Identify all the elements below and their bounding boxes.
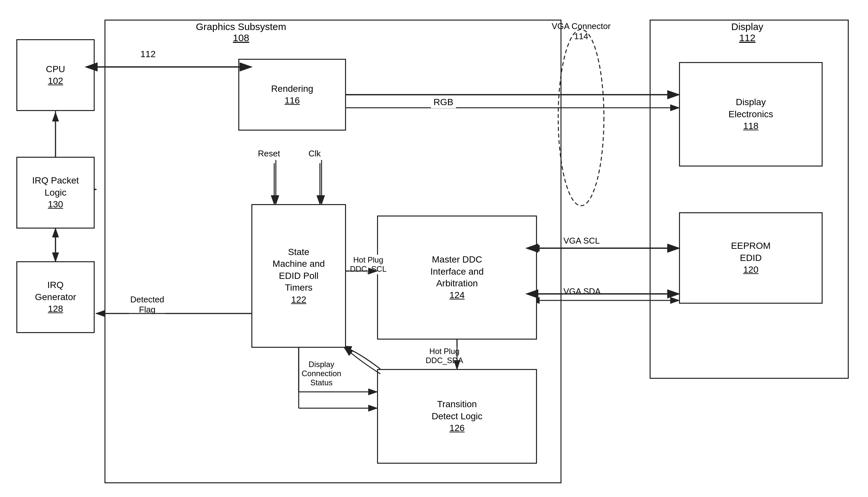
display-conn-status-label: DisplayConnectionStatus — [300, 359, 343, 388]
hot-plug-scl-label: Hot PlugDDC_SCL — [349, 255, 388, 274]
clk-label: Clk — [308, 148, 321, 159]
master-ddc-block: Master DDCInterface andArbitration 124 — [377, 215, 537, 340]
rendering-block: Rendering 116 — [238, 59, 346, 131]
transition-block: TransitionDetect Logic 126 — [377, 369, 537, 464]
vga-sda-label: VGA SDA — [562, 286, 603, 297]
state-machine-block: StateMachine andEDID PollTimers 122 — [251, 204, 346, 348]
detected-flag-label: DetectedFlag — [129, 294, 165, 315]
bus-112-label: 112 — [140, 49, 156, 59]
vga-scl-label: VGA SCL — [562, 235, 602, 246]
svg-point-21 — [558, 29, 604, 206]
vga-connector-label: VGA Connector114 — [552, 21, 611, 41]
display-label: Display 112 — [731, 21, 763, 43]
irq-packet-block: IRQ PacketLogic 130 — [16, 157, 95, 229]
display-electronics-block: DisplayElectronics 118 — [679, 62, 823, 167]
rgb-label: RGB — [431, 96, 456, 108]
hot-plug-sda-label: Hot PlugDDC_SDA — [424, 346, 464, 366]
reset-label: Reset — [258, 148, 280, 159]
graphics-subsystem-label: Graphics Subsystem 108 — [196, 21, 286, 43]
irq-gen-block: IRQGenerator 128 — [16, 261, 95, 333]
diagram: Graphics Subsystem 108 Display 112 CPU 1… — [0, 0, 868, 497]
cpu-block: CPU 102 — [16, 39, 95, 111]
eeprom-block: EEPROMEDID 120 — [679, 212, 823, 304]
